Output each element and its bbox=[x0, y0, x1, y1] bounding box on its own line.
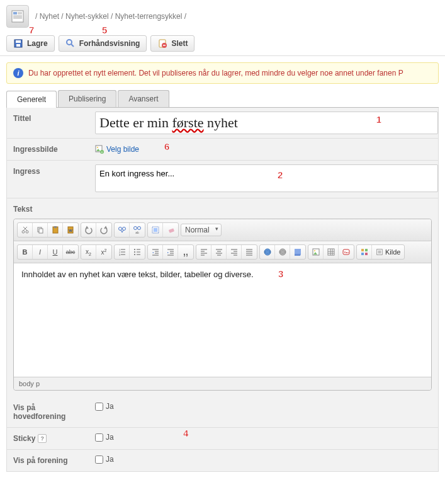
marker-6: 6 bbox=[164, 141, 169, 152]
align-justify-icon[interactable] bbox=[242, 245, 257, 259]
tab-advanced[interactable]: Avansert bbox=[118, 90, 169, 107]
selectall-icon[interactable] bbox=[148, 223, 163, 237]
sticky-checkbox[interactable] bbox=[95, 433, 103, 442]
svg-point-48 bbox=[134, 251, 135, 253]
cut-icon[interactable] bbox=[18, 223, 33, 237]
align-left-icon[interactable] bbox=[196, 245, 211, 259]
vis-hoved-checkbox[interactable] bbox=[95, 403, 103, 411]
svg-point-35 bbox=[138, 227, 141, 230]
paste-icon[interactable] bbox=[48, 223, 63, 237]
superscript-icon[interactable]: x2 bbox=[96, 245, 111, 259]
help-icon[interactable]: ? bbox=[38, 434, 47, 443]
svg-rect-38 bbox=[154, 228, 157, 232]
editor-toolbar-2: B I U abc x2 x2 123 ,, bbox=[14, 241, 431, 263]
svg-point-20 bbox=[22, 231, 25, 233]
svg-point-30 bbox=[118, 227, 121, 231]
image-icon[interactable] bbox=[308, 245, 324, 259]
svg-marker-61 bbox=[167, 252, 169, 253]
svg-rect-93 bbox=[365, 249, 368, 251]
svg-point-34 bbox=[134, 227, 137, 230]
vis-forening-label: Vis på forening bbox=[7, 450, 95, 471]
svg-rect-94 bbox=[361, 253, 364, 255]
vis-forening-checkbox[interactable] bbox=[95, 455, 103, 464]
save-button[interactable]: Lagre bbox=[6, 35, 55, 52]
info-icon: i bbox=[13, 68, 23, 78]
underline-icon[interactable]: U bbox=[48, 245, 63, 259]
ingressbilde-label: Ingressbilde bbox=[7, 139, 95, 160]
youtube-icon[interactable]: You bbox=[339, 245, 354, 259]
bulletlist-icon[interactable] bbox=[130, 245, 145, 259]
italic-icon[interactable]: I bbox=[33, 245, 48, 259]
find-icon[interactable] bbox=[115, 223, 130, 237]
redo-icon[interactable] bbox=[96, 223, 111, 237]
outdent-icon[interactable] bbox=[148, 245, 163, 259]
rich-editor: W ab Normal B I bbox=[13, 219, 432, 391]
format-select[interactable]: Normal bbox=[181, 224, 222, 236]
svg-text:+: + bbox=[101, 150, 103, 154]
indent-icon[interactable] bbox=[163, 245, 178, 259]
field-sticky: Sticky ? Ja 4 bbox=[7, 428, 438, 450]
align-right-icon[interactable] bbox=[227, 245, 242, 259]
header: / Nyhet / Nyhet-sykkel / Nyhet-terrengsy… bbox=[0, 0, 445, 33]
tab-publishing[interactable]: Publisering bbox=[58, 90, 116, 107]
undo-icon[interactable] bbox=[81, 223, 96, 237]
replace-icon[interactable]: ab bbox=[130, 223, 145, 237]
svg-text:W: W bbox=[69, 229, 72, 232]
sticky-checkbox-row[interactable]: Ja bbox=[95, 433, 438, 442]
svg-text:You: You bbox=[344, 251, 349, 254]
paste-word-icon[interactable]: W bbox=[63, 223, 78, 237]
select-image-label: Velg bilde bbox=[106, 145, 139, 154]
strike-icon[interactable]: abc bbox=[63, 245, 78, 259]
editor-body[interactable]: Innholdet av en nyhet kan være tekst, bi… bbox=[14, 263, 431, 377]
svg-rect-1 bbox=[13, 12, 17, 14]
link-icon[interactable] bbox=[260, 245, 275, 259]
image-icon: + bbox=[95, 145, 104, 154]
field-vis-forening: Vis på forening Ja bbox=[7, 450, 438, 471]
ja-label: Ja bbox=[106, 433, 114, 442]
svg-point-79 bbox=[279, 249, 286, 255]
tab-general[interactable]: Generelt bbox=[6, 91, 57, 108]
svg-rect-85 bbox=[328, 249, 334, 255]
copy-icon[interactable] bbox=[33, 223, 48, 237]
document-icon bbox=[6, 5, 29, 28]
save-icon bbox=[13, 38, 23, 49]
field-tekst: Tekst W ab bbox=[7, 198, 438, 391]
numberlist-icon[interactable]: 123 bbox=[115, 245, 130, 259]
field-title: Tittel Dette er min første nyhet 1 bbox=[7, 108, 438, 139]
svg-rect-92 bbox=[361, 249, 364, 251]
info-text: Du har opprettet et nytt element. Det vi… bbox=[28, 69, 403, 77]
vis-hoved-label: Vis på hovedforening bbox=[7, 397, 95, 427]
title-input[interactable]: Dette er min første nyhet bbox=[95, 112, 438, 134]
bold-icon[interactable]: B bbox=[18, 245, 33, 259]
toolbar: 7 Lagre 5 Forhåndsvisning Slett bbox=[0, 33, 445, 56]
vis-hoved-checkbox-row[interactable]: Ja bbox=[95, 402, 438, 411]
editor-toolbar-1: W ab Normal bbox=[14, 219, 431, 241]
ingress-input[interactable] bbox=[95, 164, 438, 192]
tekst-label: Tekst bbox=[7, 205, 438, 219]
svg-point-83 bbox=[314, 250, 315, 251]
preview-button[interactable]: Forhåndsvisning bbox=[59, 35, 147, 52]
eraser-icon[interactable] bbox=[163, 223, 178, 237]
svg-rect-95 bbox=[365, 253, 368, 255]
save-label: Lagre bbox=[27, 39, 48, 48]
svg-rect-27 bbox=[54, 226, 57, 228]
field-vis-hoved: Vis på hovedforening Ja bbox=[7, 397, 438, 428]
subscript-icon[interactable]: x2 bbox=[81, 245, 96, 259]
tab-content: Tittel Dette er min første nyhet 1 Ingre… bbox=[6, 108, 439, 472]
vis-forening-checkbox-row[interactable]: Ja bbox=[95, 455, 438, 464]
anchor-icon[interactable] bbox=[290, 245, 305, 259]
preview-label: Forhåndsvisning bbox=[79, 39, 140, 48]
align-center-icon[interactable] bbox=[211, 245, 227, 259]
templates-icon[interactable] bbox=[357, 245, 372, 259]
svg-text:ab: ab bbox=[135, 231, 139, 234]
delete-button[interactable]: Slett bbox=[150, 35, 194, 52]
select-image-link[interactable]: + Velg bilde bbox=[95, 145, 139, 154]
ja-label: Ja bbox=[106, 402, 114, 411]
field-ingressbilde: Ingressbilde + Velg bilde 6 bbox=[7, 139, 438, 161]
source-button[interactable]: Kilde bbox=[372, 245, 404, 259]
quote-icon[interactable]: ,, bbox=[178, 245, 193, 259]
unlink-icon[interactable] bbox=[275, 245, 290, 259]
info-bar: i Du har opprettet et nytt element. Det … bbox=[6, 62, 439, 84]
table-icon[interactable] bbox=[324, 245, 339, 259]
svg-point-31 bbox=[122, 227, 125, 231]
